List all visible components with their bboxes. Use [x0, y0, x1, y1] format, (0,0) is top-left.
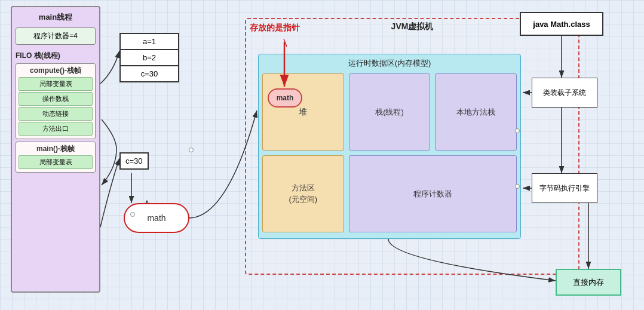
math-oval-label: math — [147, 213, 165, 223]
heap-math-label: math — [277, 94, 294, 102]
main-local-vars-item: 局部变量表 — [19, 155, 93, 169]
direct-memory-label: 直接内存 — [573, 277, 604, 288]
compute-frame-title: compute()-栈帧 — [19, 66, 93, 76]
var-c1: c=30 — [119, 66, 179, 82]
vars-group-2: c=30 — [119, 152, 149, 170]
stack-thread-label: 栈(线程) — [375, 107, 404, 118]
math-oval-bottom: math — [124, 203, 189, 233]
dynamic-link-item: 动态链接 — [19, 107, 93, 121]
native-method-label: 本地方法栈 — [456, 107, 495, 118]
stack-thread-box: 栈(线程) — [349, 73, 431, 151]
bytecode-engine-box: 字节码执行引擎 — [532, 173, 597, 203]
filo-label: FILO 栈(线程) — [16, 51, 96, 61]
connector-circle-1 — [189, 148, 194, 152]
var-a: a=1 — [119, 33, 179, 50]
vars-group-1: a=1 b=2 c=30 — [119, 33, 179, 82]
main-thread-panel: main线程 程序计数器=4 FILO 栈(线程) compute()-栈帧 局… — [11, 6, 100, 293]
main-stack-frame: main()-栈帧 局部变量表 — [16, 142, 96, 173]
method-exit-item: 方法出口 — [19, 122, 93, 136]
runtime-area: 运行时数据区(内存模型) 堆 栈(线程) 本地方法栈 方法区(元空间) 程序计数… — [258, 54, 521, 239]
native-method-box: 本地方法栈 — [435, 73, 517, 151]
oval-connector-circle — [130, 212, 135, 217]
connector-circle-2 — [515, 128, 520, 133]
bytecode-engine-label: 字节码执行引擎 — [539, 183, 590, 194]
main-frame-title: main()-栈帧 — [19, 144, 93, 154]
class-loader-label: 类装载子系统 — [543, 88, 586, 98]
method-area-label: 方法区(元空间) — [289, 183, 317, 204]
main-thread-title: main线程 — [16, 12, 96, 23]
var-b: b=2 — [119, 50, 179, 66]
class-loader-box: 类装载子系统 — [532, 78, 597, 108]
compute-stack-frame: compute()-栈帧 局部变量表 操作数栈 动态链接 方法出口 — [16, 63, 96, 139]
local-vars-item: 局部变量表 — [19, 77, 93, 91]
runtime-title: 运行时数据区(内存模型) — [262, 58, 517, 69]
heap-box: 堆 — [262, 73, 344, 151]
pc-counter-box: 程序计数器 — [349, 155, 517, 232]
operand-stack-item: 操作数栈 — [19, 92, 93, 106]
java-class-box: java Math.class — [520, 12, 603, 36]
direct-memory-box: 直接内存 — [556, 269, 621, 296]
heap-label: 堆 — [299, 107, 307, 118]
connector-circle-3 — [515, 184, 520, 189]
program-counter-box: 程序计数器=4 — [16, 27, 96, 45]
method-area-box: 方法区(元空间) — [262, 155, 344, 232]
java-class-label: java Math.class — [533, 20, 590, 29]
var-c2: c=30 — [119, 152, 149, 170]
heap-math-oval: math — [268, 88, 302, 108]
pc-counter-label: 程序计数器 — [413, 189, 452, 199]
